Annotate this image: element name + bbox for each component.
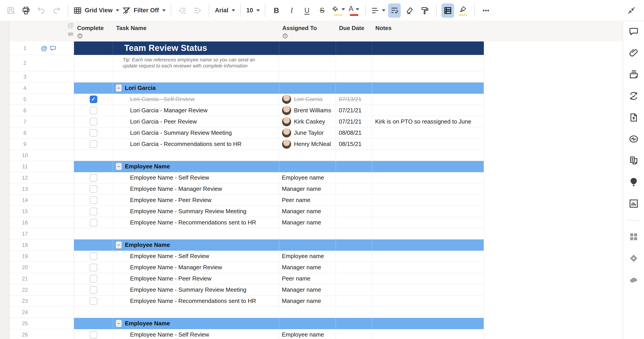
filter-button[interactable]: Filter Off bbox=[122, 3, 166, 18]
row-number-cell[interactable]: 22 bbox=[10, 284, 40, 296]
whats-new-icon[interactable] bbox=[628, 177, 639, 187]
premium-gem-icon[interactable] bbox=[628, 253, 639, 264]
due-date-cell[interactable] bbox=[336, 296, 372, 307]
notes-cell[interactable] bbox=[372, 82, 484, 94]
notes-cell[interactable] bbox=[372, 184, 484, 194]
due-date-cell[interactable] bbox=[336, 318, 372, 329]
task-cell[interactable]: −Employee Name bbox=[113, 318, 279, 329]
fill-color-button[interactable] bbox=[331, 3, 345, 18]
assigned-cell[interactable] bbox=[279, 82, 336, 94]
due-date-cell[interactable] bbox=[336, 172, 372, 184]
complete-cell[interactable] bbox=[74, 184, 113, 194]
task-cell[interactable]: Employee Name - Summary Review Meeting bbox=[113, 206, 279, 217]
due-date-cell[interactable] bbox=[336, 329, 372, 339]
print-button[interactable] bbox=[20, 3, 32, 18]
task-cell[interactable]: Employee Name - Manager Review bbox=[113, 184, 279, 194]
apps-icon[interactable] bbox=[628, 232, 639, 242]
row-number-cell[interactable]: 4 bbox=[10, 82, 40, 94]
conversations-icon[interactable] bbox=[628, 26, 639, 36]
row-number-cell[interactable]: 11 bbox=[10, 161, 40, 172]
due-date-cell[interactable] bbox=[336, 82, 372, 94]
indent-button[interactable] bbox=[191, 3, 204, 18]
complete-cell[interactable] bbox=[74, 116, 113, 127]
complete-cell[interactable] bbox=[74, 273, 113, 284]
due-date-cell[interactable]: 08/15/21 bbox=[336, 138, 372, 150]
complete-cell[interactable] bbox=[74, 105, 113, 116]
info-icon[interactable] bbox=[282, 33, 288, 40]
task-checkbox[interactable] bbox=[90, 129, 97, 137]
task-cell[interactable] bbox=[113, 150, 279, 161]
row-number-cell[interactable]: 13 bbox=[10, 184, 40, 194]
notes-cell[interactable] bbox=[372, 273, 484, 284]
task-cell[interactable]: Tip: Each row references employee name s… bbox=[113, 55, 279, 71]
update-requests-icon[interactable] bbox=[628, 91, 639, 101]
assigned-cell[interactable]: Employee name bbox=[279, 251, 336, 262]
task-cell[interactable] bbox=[113, 307, 279, 318]
task-checkbox[interactable] bbox=[90, 252, 97, 260]
column-header-assigned-to[interactable]: Assigned To bbox=[279, 22, 336, 42]
due-date-cell[interactable] bbox=[336, 307, 372, 318]
assigned-cell[interactable] bbox=[279, 150, 336, 161]
task-cell[interactable]: Employee Name - Recommendations sent to … bbox=[113, 217, 279, 228]
assigned-cell[interactable] bbox=[279, 42, 336, 55]
notes-cell[interactable] bbox=[372, 240, 484, 251]
complete-cell[interactable] bbox=[74, 138, 113, 150]
due-date-cell[interactable]: 07/13/21 bbox=[336, 94, 372, 105]
row-number-cell[interactable]: 10 bbox=[10, 150, 40, 161]
complete-cell[interactable] bbox=[74, 127, 113, 138]
complete-cell[interactable] bbox=[74, 55, 113, 71]
task-cell[interactable]: Lori Garcia - Manager Review bbox=[113, 105, 279, 116]
row-number-cell[interactable]: 14 bbox=[10, 194, 40, 206]
column-header-due-date[interactable]: Due Date bbox=[336, 22, 372, 42]
due-date-cell[interactable] bbox=[336, 228, 372, 240]
row-number-cell[interactable]: 8 bbox=[10, 127, 40, 138]
row-number-cell[interactable]: 15 bbox=[10, 206, 40, 217]
complete-cell[interactable] bbox=[74, 228, 113, 240]
complete-cell[interactable] bbox=[74, 150, 113, 161]
assigned-cell[interactable]: Manager name bbox=[279, 184, 336, 194]
notes-cell[interactable] bbox=[372, 296, 484, 307]
task-checkbox[interactable] bbox=[90, 264, 97, 271]
row-number-cell[interactable]: 18 bbox=[10, 240, 40, 251]
complete-cell[interactable] bbox=[74, 318, 113, 329]
wrap-text-button[interactable] bbox=[388, 3, 401, 18]
task-cell[interactable]: −Employee Name bbox=[113, 240, 279, 251]
summary-icon[interactable] bbox=[628, 156, 639, 166]
due-date-cell[interactable]: 07/21/21 bbox=[336, 116, 372, 127]
redo-button[interactable] bbox=[50, 3, 63, 18]
notes-cell[interactable] bbox=[372, 55, 484, 71]
row-number-cell[interactable]: 24 bbox=[10, 307, 40, 318]
notes-cell[interactable] bbox=[372, 194, 484, 206]
due-date-cell[interactable] bbox=[336, 262, 372, 273]
assigned-cell[interactable]: Manager name bbox=[279, 206, 336, 217]
complete-cell[interactable] bbox=[74, 262, 113, 273]
task-cell[interactable]: Employee Name - Peer Review bbox=[113, 194, 279, 206]
row-number-cell[interactable]: 17 bbox=[10, 228, 40, 240]
column-header-complete[interactable]: Complete bbox=[74, 22, 113, 42]
task-cell[interactable]: Lori Garcia - Summary Review Meeting bbox=[113, 127, 279, 138]
row-number-cell[interactable]: 19 bbox=[10, 251, 40, 262]
due-date-cell[interactable] bbox=[336, 217, 372, 228]
notes-cell[interactable] bbox=[372, 251, 484, 262]
task-checkbox[interactable] bbox=[90, 174, 97, 182]
assigned-cell[interactable]: Employee name bbox=[279, 329, 336, 339]
collapse-section-button[interactable]: − bbox=[116, 163, 122, 170]
row-number-cell[interactable]: 23 bbox=[10, 296, 40, 307]
notes-cell[interactable] bbox=[372, 307, 484, 318]
column-header-notes[interactable]: Notes bbox=[372, 22, 484, 42]
due-date-cell[interactable] bbox=[336, 273, 372, 284]
assigned-cell[interactable] bbox=[279, 161, 336, 172]
assigned-cell[interactable]: Employee name bbox=[279, 172, 336, 184]
row-number-cell[interactable]: 7 bbox=[10, 116, 40, 127]
task-cell[interactable]: −Lori Garcia bbox=[113, 82, 279, 94]
notes-cell[interactable] bbox=[372, 329, 484, 339]
task-cell[interactable]: Lori Garcia - Recommendations sent to HR bbox=[113, 138, 279, 150]
due-date-cell[interactable] bbox=[336, 240, 372, 251]
notes-cell[interactable] bbox=[372, 284, 484, 296]
complete-cell[interactable] bbox=[74, 307, 113, 318]
attachments-icon[interactable] bbox=[628, 48, 639, 58]
publish-icon[interactable] bbox=[628, 112, 639, 123]
collapse-section-button[interactable]: − bbox=[116, 241, 122, 249]
task-cell[interactable]: Employee Name - Self Review bbox=[113, 329, 279, 339]
assigned-cell[interactable] bbox=[279, 228, 336, 240]
